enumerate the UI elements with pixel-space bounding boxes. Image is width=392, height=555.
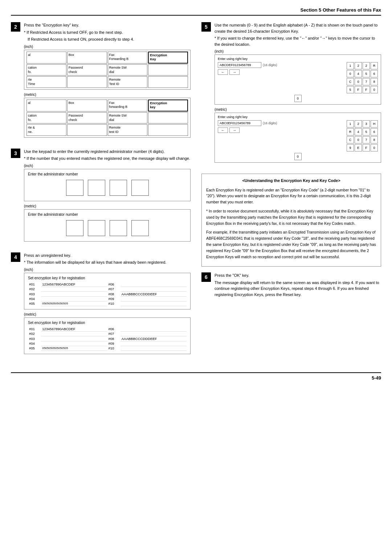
- numpad-key[interactable]: 7: [363, 136, 370, 143]
- enc-row: #04 #09: [28, 341, 187, 346]
- step2-number: 2: [11, 22, 20, 32]
- numpad-key[interactable]: 7: [363, 78, 370, 85]
- numpad-key[interactable]: 0: [371, 144, 378, 151]
- numpad-key[interactable]: 4: [355, 70, 362, 77]
- step5-block: 5 Use the numerals (0 - 9) and the Engli…: [201, 22, 381, 166]
- step5-arrow-right-inch[interactable]: →: [229, 69, 240, 75]
- numpad-key[interactable]: 2: [355, 120, 362, 127]
- step5-inch-label: (inch): [215, 49, 381, 53]
- step5-arrow-right-metric[interactable]: →: [229, 127, 240, 133]
- numpad-key[interactable]: 8: [371, 136, 378, 143]
- numpad-zero-metric[interactable]: 0: [294, 153, 302, 160]
- numpad-zero-inch[interactable]: 0: [294, 95, 302, 102]
- digit-box-4: [131, 180, 149, 196]
- step3-admin-prompt-metric: Enter the administrator number: [28, 212, 187, 216]
- numpad-key[interactable]: F: [355, 86, 362, 93]
- info-box-p3: For example, if the transmitting party i…: [206, 229, 376, 260]
- step3-admin-box-inch: Enter the administrator number: [24, 169, 191, 201]
- sc-inch-r0c2: FaxForwarding B: [108, 52, 148, 64]
- numpad-key[interactable]: F: [363, 86, 370, 93]
- enc-row: #03 #08AAABBBCCCDDDEEF: [28, 336, 187, 341]
- step4-enc-label-inch: Set encryption key # for registration: [28, 276, 187, 280]
- step4-enc-table-inch: #011234567890ABCDEF #06 #02 #07 #03 #08A…: [28, 282, 187, 306]
- digit-box-m3: [110, 220, 127, 236]
- sc-inch-r1c1: Passwordcheck: [67, 64, 107, 76]
- step5-numpad-keys-inch: 1 2 2 R 0 4 5 6 C 0 7 8 5: [347, 62, 378, 93]
- info-box-title: <Understanding the Encryption Key and Ke…: [206, 178, 376, 184]
- numpad-key[interactable]: R: [347, 128, 354, 135]
- step5-enter-label-metric: Enter using right key: [218, 115, 378, 119]
- enc-row: #04 #09: [28, 296, 187, 301]
- digit-box-1: [66, 180, 83, 196]
- numpad-key[interactable]: 1: [347, 120, 354, 127]
- numpad-key[interactable]: F: [363, 144, 370, 151]
- step4-enc-box-metric: Set encryption key # for registration #0…: [24, 317, 191, 354]
- sc-inch-r1c3: [148, 64, 188, 76]
- step4-number: 4: [11, 252, 20, 262]
- step2-screen-inch: al Box FaxForwarding B EncryptionKey cat…: [24, 50, 191, 90]
- step2-block: 2 Press the "Encryption key" key. * If R…: [11, 22, 191, 141]
- numpad-key[interactable]: C: [347, 78, 354, 85]
- info-box-p1: Each Encryption Key is registered under …: [206, 187, 376, 205]
- step4-inch-label: (inch): [24, 268, 191, 272]
- sc-inch-r2c0: rteTime: [26, 76, 66, 88]
- step4-enc-label-metric: Set encryption key # for registration: [28, 321, 187, 325]
- step5-number: 5: [201, 22, 211, 32]
- step3-content: Use the keypad to enter the currently re…: [24, 149, 191, 244]
- step3-digit-boxes-metric: [28, 220, 187, 236]
- numpad-key[interactable]: C: [347, 136, 354, 143]
- sm-r2c2: Remotetest ID: [108, 124, 148, 135]
- step5-input-field-inch[interactable]: ABCDEF0123456789: [218, 62, 261, 68]
- numpad-key[interactable]: 0: [355, 136, 362, 143]
- step2-screen-metric-grid: al Box Faxforwarding B Encryptionkey cat…: [26, 100, 188, 136]
- enc-row: #050505050505050505 #10: [28, 301, 187, 306]
- numpad-key[interactable]: 0: [371, 86, 378, 93]
- step3-digit-boxes-inch: [28, 180, 187, 196]
- numpad-key[interactable]: 2: [363, 62, 370, 69]
- digit-box-m1: [66, 220, 83, 236]
- step5-arrow-left-inch[interactable]: ←: [218, 69, 228, 75]
- sm-r2c0: rte &ne.: [26, 124, 66, 135]
- numpad-key[interactable]: 0: [355, 78, 362, 85]
- info-box: <Understanding the Encryption Key and Ke…: [201, 174, 381, 267]
- page-footer: 5-49: [11, 372, 381, 381]
- sm-r1c3: [148, 112, 188, 123]
- step5-zero-row-inch: 0: [218, 95, 378, 102]
- numpad-key[interactable]: 9: [347, 144, 354, 151]
- numpad-key[interactable]: 5: [363, 70, 370, 77]
- step5-input-field-metric[interactable]: ABC0EF0123456789: [218, 120, 261, 126]
- numpad-key[interactable]: 8: [371, 78, 378, 85]
- numpad-key[interactable]: 6: [371, 70, 378, 77]
- numpad-key[interactable]: 5: [363, 128, 370, 135]
- step2-inch-label: (inch): [24, 45, 191, 49]
- numpad-key[interactable]: 6: [371, 128, 378, 135]
- step3-block: 3 Use the keypad to enter the currently …: [11, 149, 191, 244]
- sc-inch-r0c0: al: [26, 52, 66, 64]
- numpad-key[interactable]: 3: [363, 120, 370, 127]
- step3-number: 3: [11, 149, 20, 158]
- step4-enc-box-inch: Set encryption key # for registration #0…: [24, 273, 191, 309]
- numpad-key[interactable]: R: [371, 62, 378, 69]
- numpad-key[interactable]: 2: [355, 62, 362, 69]
- digit-box-3: [110, 180, 127, 196]
- sm-r0c0: al: [26, 100, 66, 112]
- step2-content: Press the "Encryption key" key. * If Res…: [24, 22, 191, 141]
- step5-arrow-left-metric[interactable]: ←: [218, 127, 228, 133]
- numpad-key[interactable]: 5: [347, 86, 354, 93]
- numpad-key[interactable]: H: [371, 120, 378, 127]
- numpad-key[interactable]: E: [355, 144, 362, 151]
- step6-number: 6: [201, 272, 211, 282]
- numpad-key[interactable]: 1: [347, 62, 354, 69]
- numpad-key[interactable]: 0: [347, 70, 354, 77]
- step5-input-row-metric: ABC0EF0123456789 (16 digits): [218, 120, 344, 126]
- step4-block: 4 Press an unregistered key. * The infor…: [11, 252, 191, 357]
- step3-admin-prompt-inch: Enter the administrator number: [28, 172, 187, 176]
- sm-r0c1: Box: [67, 100, 107, 112]
- sc-inch-r1c0: cationfo.: [26, 64, 66, 76]
- step5-content: Use the numerals (0 - 9) and the English…: [215, 22, 381, 166]
- numpad-key[interactable]: 4: [355, 128, 362, 135]
- step6-block: 6 Press the "OK" key. The message displa…: [201, 272, 381, 300]
- sc-inch-r0c3: EncryptionKey: [148, 52, 188, 64]
- enc-row: #02 #07: [28, 331, 187, 336]
- step2-screen-inch-grid: al Box FaxForwarding B EncryptionKey cat…: [26, 52, 188, 88]
